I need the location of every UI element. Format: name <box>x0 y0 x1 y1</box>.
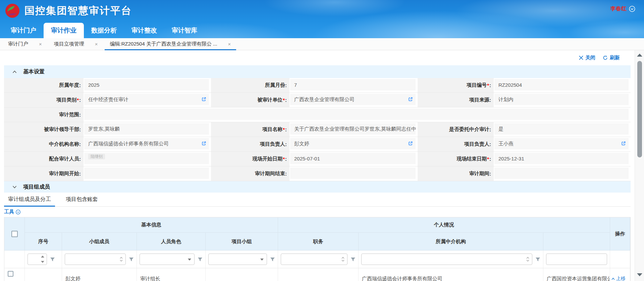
close-page-button[interactable]: 关闭 <box>579 55 595 61</box>
nav-item-audit-rectify[interactable]: 审计整改 <box>124 23 164 38</box>
member-filter-input[interactable] <box>65 254 126 265</box>
user-menu[interactable]: 李春红 <box>610 5 635 12</box>
external-link-icon[interactable] <box>408 141 413 147</box>
field-start-date[interactable]: 2025-07-01 <box>290 153 416 164</box>
agency-filter-input[interactable] <box>361 254 532 265</box>
nav-item-data-analysis[interactable]: 数据分析 <box>84 23 124 38</box>
duty-filter-input[interactable] <box>281 254 347 265</box>
team-members-table: 基本信息 个人情况 操作 序号 小组成员 人员角色 项目小组 职务 所属中介机构 <box>4 217 631 281</box>
doc-tab-edit-project[interactable]: 编辑:RZ202504 关于广西农垦企业管理有限公 ... × <box>104 38 237 50</box>
doc-tab-project-setup[interactable]: 项目立项管理 × <box>48 38 104 50</box>
filter-funnel-icon[interactable] <box>198 257 203 262</box>
project-name-field[interactable]: 关于广西农垦企业管理有限公司罗世东,莫咏麟同志任中纟 <box>290 123 416 135</box>
column-header-agency: 所属中介机构 <box>359 233 543 251</box>
audit-scope-field[interactable] <box>84 109 629 120</box>
project-leader-field[interactable]: 彭文婷 <box>290 138 416 149</box>
row-checkbox[interactable] <box>8 271 13 277</box>
cell-agency: 广西瑞信盛德会计师事务所有限公司 <box>359 268 543 281</box>
external-link-icon[interactable] <box>408 97 413 103</box>
team-subtabs: 审计组成员及分工 项目包含账套 <box>4 193 631 207</box>
intermediary-entrusted-field[interactable]: 是 <box>494 123 629 135</box>
project-code-field[interactable]: RZ202504 <box>494 79 629 90</box>
filter-funnel-icon[interactable] <box>50 257 55 262</box>
seq-filter-input[interactable] <box>28 254 47 265</box>
section-basic-settings[interactable]: 基本设置 <box>4 65 631 78</box>
external-link-icon[interactable] <box>201 141 206 147</box>
close-icon[interactable]: × <box>228 41 231 47</box>
field-label: 配合审计人员*: <box>4 152 84 166</box>
step-down-icon[interactable] <box>41 261 44 263</box>
scrollbar-thumb[interactable] <box>637 61 642 157</box>
main-nav: 审计门户 审计作业 数据分析 审计整改 审计智库 <box>3 23 205 38</box>
filter-funnel-icon[interactable] <box>270 257 275 262</box>
chevron-down-circle-icon[interactable] <box>629 6 635 12</box>
section-project-team[interactable]: 项目组成员 <box>4 181 631 193</box>
chevron-down-icon[interactable] <box>120 260 123 262</box>
chevron-down-icon[interactable] <box>341 260 344 262</box>
field-label: 项目编号*: <box>418 78 494 93</box>
month-field[interactable]: 7 <box>290 79 416 90</box>
dropdown-arrow-icon <box>188 259 191 261</box>
refresh-icon <box>603 55 608 60</box>
field-end-date[interactable]: 2025-12-31 <box>494 153 629 164</box>
user-name: 李春红 <box>610 5 627 12</box>
role-filter-select[interactable] <box>140 254 195 265</box>
vertical-scrollbar[interactable] <box>635 50 644 281</box>
chevron-down-circle-icon[interactable] <box>15 209 21 215</box>
move-up-link[interactable]: 上移 <box>611 276 630 281</box>
project-type-field[interactable]: 任中经济责任审计 <box>84 94 209 105</box>
external-link-icon[interactable] <box>201 97 206 103</box>
section-title: 基本设置 <box>23 68 45 75</box>
chevron-up-icon[interactable] <box>341 257 344 259</box>
audit-period-start-field[interactable] <box>84 167 209 179</box>
tab-team-members[interactable]: 审计组成员及分工 <box>8 193 51 206</box>
member-tag[interactable]: 陆继钊 <box>88 154 105 159</box>
refresh-button[interactable]: 刷新 <box>603 55 620 61</box>
field-label: 审计范围: <box>4 108 84 122</box>
filter-funnel-icon[interactable] <box>535 257 540 262</box>
field-label: 项目来源*: <box>418 93 494 108</box>
chevron-up-icon[interactable] <box>12 70 17 73</box>
field-label: 项目类别*: <box>4 93 84 108</box>
cell-member: 彭文婷 <box>62 268 137 281</box>
nav-item-audit-library[interactable]: 审计智库 <box>164 23 205 38</box>
audit-period-field[interactable] <box>494 167 629 179</box>
tools-menu-button[interactable]: 工具 <box>4 209 14 215</box>
project-leader2-field[interactable]: 王小燕 <box>494 138 629 149</box>
close-icon[interactable]: × <box>95 41 98 47</box>
app-header: 国控集团智慧审计平台 李春红 审计门户 审计作业 数据分析 审计整改 审计智库 <box>0 0 644 38</box>
nav-item-audit-work[interactable]: 审计作业 <box>44 23 84 38</box>
chevron-up-icon[interactable] <box>526 257 529 259</box>
column-header-extra <box>543 233 610 251</box>
external-link-icon[interactable] <box>621 141 626 147</box>
extra-filter-input[interactable] <box>546 254 607 265</box>
scroll-down-icon[interactable] <box>637 273 642 276</box>
filter-funnel-icon[interactable] <box>351 257 356 262</box>
tab-project-ledgers[interactable]: 项目包含账套 <box>66 193 98 206</box>
scroll-up-icon[interactable] <box>637 54 642 57</box>
audited-unit-field[interactable]: 广西农垦企业管理有限公司 <box>290 94 416 105</box>
group-filter-select[interactable] <box>208 254 267 265</box>
chevron-down-icon[interactable] <box>526 260 529 262</box>
column-header-duty: 职务 <box>278 233 359 251</box>
field-label: 项目负责人*: <box>211 137 289 152</box>
select-all-checkbox[interactable] <box>11 231 18 237</box>
filter-funnel-icon[interactable] <box>129 257 134 262</box>
document-tabstrip: 审计门户 × 项目立项管理 × 编辑:RZ202504 关于广西农垦企业管理有限… <box>0 38 644 50</box>
nav-item-audit-portal[interactable]: 审计门户 <box>3 23 44 38</box>
column-group-personal: 个人情况 <box>278 217 610 233</box>
field-label: 现场开始日期*: <box>211 152 289 166</box>
assist-auditors-field[interactable]: 陆继钊 <box>84 153 209 164</box>
close-icon[interactable]: × <box>39 41 42 47</box>
doc-tab-portal[interactable]: 审计门户 × <box>2 38 48 50</box>
chevron-up-icon[interactable] <box>120 257 123 259</box>
company-logo <box>5 3 20 18</box>
audit-period-end-field[interactable] <box>290 167 416 179</box>
audited-leaders-field[interactable]: 罗世东,莫咏麟 <box>84 123 209 135</box>
intermediary-name-field[interactable]: 广西瑞信盛德会计师事务所有限公司 <box>84 138 209 149</box>
chevron-down-icon[interactable] <box>12 186 17 189</box>
step-up-icon[interactable] <box>41 256 44 258</box>
year-field[interactable]: 2025 <box>84 79 209 90</box>
project-source-field[interactable]: 计划内 <box>494 94 629 105</box>
field-label: 项目名称*: <box>211 122 289 137</box>
